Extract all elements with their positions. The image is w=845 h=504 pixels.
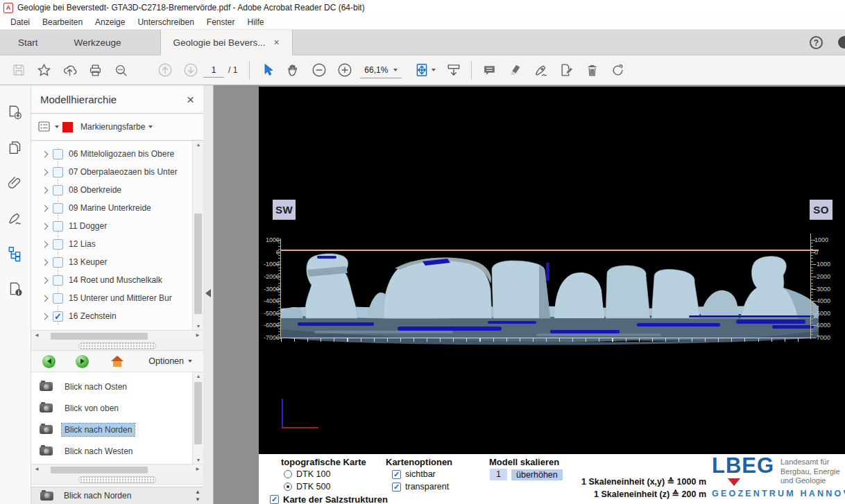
- nav-signatures-icon[interactable]: [5, 208, 26, 229]
- checkbox-checked-icon[interactable]: ✓: [392, 470, 401, 479]
- tree-item[interactable]: 13 Keuper: [37, 253, 191, 271]
- previous-view-button[interactable]: [42, 355, 56, 368]
- visibility-checkbox[interactable]: [53, 275, 63, 286]
- visibility-checkbox[interactable]: [53, 167, 63, 177]
- current-view-row[interactable]: Blick nach Norden ▲▼: [31, 487, 203, 504]
- view-item[interactable]: Blick nach Norden: [40, 419, 191, 440]
- expander-icon[interactable]: [42, 313, 49, 320]
- highlight-button[interactable]: [502, 59, 528, 81]
- options-menu-button[interactable]: Optionen: [148, 356, 192, 366]
- radio-dtk500[interactable]: DTK 500: [284, 482, 330, 492]
- zoom-in-button[interactable]: [332, 59, 357, 81]
- view-spinner[interactable]: ▲▼: [195, 488, 200, 503]
- tab-werkzeuge[interactable]: Werkzeuge: [56, 30, 139, 55]
- checkbox-checked-icon[interactable]: ✓: [392, 483, 401, 492]
- tree-item[interactable]: 15 Unterer und Mittlerer Bur: [37, 289, 191, 307]
- menu-unterschreiben[interactable]: Unterschreiben: [131, 15, 200, 29]
- nav-document-info-icon[interactable]: [5, 279, 26, 299]
- menu-fenster[interactable]: Fenster: [200, 15, 241, 29]
- view-item[interactable]: Blick nach Osten: [40, 376, 191, 397]
- scale-value-input[interactable]: 1: [490, 469, 507, 480]
- tab-start[interactable]: Start: [0, 30, 56, 55]
- menu-anzeige[interactable]: Anzeige: [89, 15, 131, 29]
- delete-button[interactable]: [579, 59, 605, 81]
- visibility-checkbox[interactable]: [53, 149, 63, 159]
- expander-icon[interactable]: [42, 205, 49, 211]
- tree-item[interactable]: 08 Oberkreide: [37, 181, 191, 199]
- chevron-down-icon[interactable]: [55, 125, 59, 128]
- save-button[interactable]: [6, 59, 31, 81]
- views-vertical-scrollbar[interactable]: ▲ ▼: [192, 372, 203, 464]
- visibility-checkbox-checked[interactable]: ✓: [53, 311, 63, 322]
- views-horizontal-scrollbar[interactable]: ◄ ►: [31, 464, 203, 475]
- transparent-checkbox[interactable]: ✓ transparent: [392, 482, 449, 492]
- zoom-level-combobox[interactable]: 66,1%: [360, 62, 402, 78]
- next-page-button[interactable]: [178, 59, 203, 81]
- reading-mode-button[interactable]: [441, 59, 466, 81]
- model-options-icon[interactable]: [38, 121, 51, 133]
- refresh-button[interactable]: [605, 59, 631, 81]
- tab-close-icon[interactable]: ×: [273, 37, 279, 48]
- home-view-button[interactable]: [111, 356, 123, 367]
- panel-close-icon[interactable]: ×: [187, 93, 194, 106]
- hand-tool-button[interactable]: [280, 59, 306, 81]
- exaggerate-button[interactable]: überhöhen: [511, 469, 563, 480]
- radio-icon[interactable]: [284, 470, 292, 478]
- comment-button[interactable]: [477, 59, 502, 81]
- tree-item[interactable]: 09 Marine Unterkreide: [37, 199, 191, 217]
- zoom-out-button[interactable]: [306, 59, 332, 81]
- visibility-checkbox[interactable]: [53, 257, 63, 268]
- tree-item[interactable]: 06 Mitteloligozaen bis Obere: [37, 145, 191, 163]
- view-item[interactable]: Blick nach Westen: [40, 440, 191, 462]
- fill-sign-button[interactable]: [528, 59, 554, 81]
- nav-model-tree-icon[interactable]: [5, 243, 26, 264]
- expander-icon[interactable]: [42, 168, 49, 175]
- page-number-input[interactable]: [203, 63, 224, 78]
- 3d-viewport[interactable]: 10000-1000-2000-3000-4000-5000-6000-7000…: [259, 87, 845, 454]
- favorite-star-button[interactable]: [31, 59, 57, 81]
- radio-dtk100[interactable]: DTK 100: [284, 469, 330, 479]
- panel-splitter[interactable]: [31, 475, 203, 485]
- visibility-checkbox[interactable]: [53, 239, 63, 250]
- visibility-checkbox[interactable]: [53, 221, 63, 232]
- tree-item[interactable]: 12 Lias: [37, 235, 191, 253]
- menu-bearbeiten[interactable]: Bearbeiten: [36, 15, 89, 29]
- tree-item[interactable]: 11 Dogger: [37, 217, 191, 235]
- expander-icon[interactable]: [42, 223, 49, 229]
- visibility-checkbox[interactable]: [53, 293, 63, 304]
- visible-checkbox[interactable]: ✓ sichtbar: [392, 469, 436, 479]
- panel-splitter[interactable]: [31, 341, 203, 351]
- previous-page-button[interactable]: [152, 59, 178, 81]
- fit-page-button[interactable]: [409, 59, 441, 81]
- next-view-button[interactable]: [76, 355, 89, 368]
- visibility-checkbox[interactable]: [53, 203, 63, 214]
- menu-hilfe[interactable]: Hilfe: [241, 15, 271, 29]
- tree-item[interactable]: ✓16 Zechstein: [37, 307, 191, 325]
- nav-attachments-icon[interactable]: [5, 173, 26, 193]
- select-tool-button[interactable]: [255, 59, 280, 81]
- expander-icon[interactable]: [42, 295, 49, 302]
- print-button[interactable]: [83, 59, 108, 81]
- tree-vertical-scrollbar[interactable]: ▲ ▼: [192, 141, 203, 330]
- salt-structures-checkbox[interactable]: ✓ Karte der Salzstrukturen: [270, 494, 388, 504]
- expander-icon[interactable]: [42, 150, 49, 157]
- menu-datei[interactable]: Datei: [4, 15, 36, 29]
- help-icon[interactable]: ?: [810, 36, 823, 49]
- visibility-checkbox[interactable]: [53, 185, 63, 195]
- nav-convert-icon[interactable]: [5, 102, 26, 123]
- expander-icon[interactable]: [42, 241, 49, 247]
- tree-item[interactable]: 14 Roet und Muschelkalk: [37, 271, 191, 289]
- search-button[interactable]: [108, 59, 134, 81]
- tree-horizontal-scrollbar[interactable]: ◄ ►: [31, 330, 203, 341]
- marker-color-swatch[interactable]: [62, 122, 73, 132]
- tree-item[interactable]: 07 Oberpalaeozaen bis Unter: [37, 163, 191, 181]
- share-cloud-button[interactable]: [57, 59, 83, 81]
- checkbox-checked-icon[interactable]: ✓: [270, 495, 279, 504]
- tab-document[interactable]: Geologie bei Bevers... ×: [160, 30, 293, 55]
- expander-icon[interactable]: [42, 259, 49, 266]
- chevron-down-icon[interactable]: [148, 125, 153, 128]
- collapse-panel-button[interactable]: [205, 289, 211, 297]
- nav-page-thumbnails-icon[interactable]: [5, 137, 26, 158]
- radio-selected-icon[interactable]: [284, 483, 292, 491]
- expander-icon[interactable]: [42, 186, 49, 193]
